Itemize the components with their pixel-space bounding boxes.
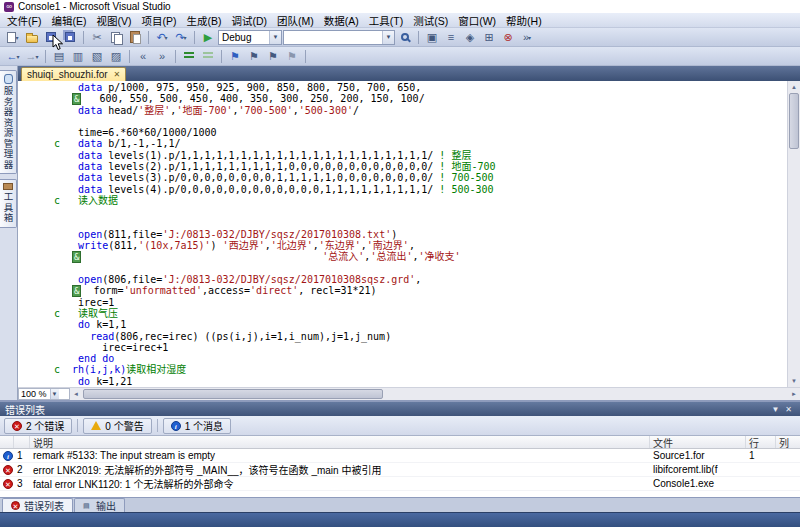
immediate-window-icon[interactable]: »▾	[518, 29, 536, 46]
scroll-left-icon[interactable]: ◄	[70, 388, 82, 400]
vertical-scrollbar[interactable]: ▲ ▼	[787, 81, 800, 387]
chevron-down-icon[interactable]: ▼	[50, 389, 59, 399]
toggle-bookmark-icon[interactable]: ⚑	[226, 48, 244, 65]
messages-filter-button[interactable]: i 1 个消息	[163, 418, 231, 434]
code-token: head/	[102, 105, 138, 116]
open-file-icon[interactable]	[23, 29, 41, 46]
navigate-backward-icon[interactable]: ←▾	[4, 48, 22, 65]
errors-filter-button[interactable]: ✕ 2 个错误	[4, 418, 72, 434]
quick-info-icon[interactable]: ▨	[107, 48, 125, 65]
chevron-down-icon[interactable]: ▾	[35, 53, 38, 60]
object-browser-icon[interactable]: ◈	[461, 29, 479, 46]
next-bookmark-icon[interactable]: ⚑	[264, 48, 282, 65]
horizontal-scroll-thumb[interactable]	[83, 389, 383, 399]
chevron-down-icon[interactable]: ▼	[382, 31, 394, 44]
scroll-up-icon[interactable]: ▲	[788, 81, 800, 93]
code-token	[54, 353, 78, 364]
column-header-description[interactable]: 说明	[30, 436, 650, 448]
member-list-icon[interactable]: ▤	[50, 48, 68, 65]
menu-item[interactable]: 项目(P)	[136, 12, 181, 29]
clear-bookmarks-icon[interactable]: ⚑	[283, 48, 301, 65]
zoom-control[interactable]: 100 % ▼	[18, 388, 70, 400]
chevron-down-icon[interactable]: ▾	[184, 34, 187, 41]
chevron-down-icon[interactable]: ▾	[16, 53, 19, 60]
parameter-info-icon[interactable]: ▧	[88, 48, 106, 65]
word-completion-icon[interactable]: ▥	[69, 48, 87, 65]
toolbar-separator	[129, 50, 130, 63]
solution-configurations-combo[interactable]: Debug▼	[218, 30, 282, 45]
menu-item[interactable]: 工具(T)	[364, 12, 408, 29]
toolbox-icon[interactable]: ⊞	[480, 29, 498, 46]
vertical-scroll-thumb[interactable]	[789, 93, 799, 149]
scroll-right-icon[interactable]: ►	[788, 388, 800, 400]
menu-item[interactable]: 团队(M)	[272, 12, 319, 29]
column-header-line[interactable]: 行	[746, 436, 776, 448]
indent-increase-icon[interactable]: »	[153, 48, 171, 65]
solution-platforms-combo[interactable]: ▼	[283, 30, 395, 45]
panel-tab-错误列表[interactable]: ✕错误列表	[2, 498, 73, 512]
scroll-down-icon[interactable]: ▼	[788, 375, 800, 387]
panel-tab-输出[interactable]: ▤输出	[74, 498, 125, 512]
column-header-file[interactable]: 文件	[650, 436, 746, 448]
copy-icon[interactable]	[107, 29, 125, 46]
code-token: 'J:/0813-032/DJBY/sqsz/2017010308sqsz.gr…	[162, 274, 415, 285]
error-row[interactable]: i1remark #5133: The input stream is empt…	[0, 449, 800, 463]
standard-toolbar: ▾✂↶▾↷▾▶Debug▼▼▣≡◈⊞⊗»▾	[0, 28, 800, 47]
menu-item[interactable]: 编辑(E)	[46, 12, 91, 29]
chevron-down-icon[interactable]: ▾	[528, 34, 531, 41]
code-token: (811,	[108, 240, 138, 251]
chevron-down-icon[interactable]: ▼	[269, 31, 281, 44]
cut-icon[interactable]: ✂	[88, 29, 106, 46]
horizontal-scrollbar[interactable]: ◄ ►	[70, 388, 800, 401]
paste-icon[interactable]	[126, 29, 144, 46]
error-list-icon[interactable]: ⊗	[499, 29, 517, 46]
comment-selection-icon[interactable]	[180, 48, 198, 65]
menu-item[interactable]: 数据(A)	[319, 12, 364, 29]
toolbar-separator	[221, 50, 222, 63]
code-token: 'unformatted'	[124, 285, 202, 296]
navigate-forward-icon[interactable]: →▾	[23, 48, 41, 65]
close-icon[interactable]: ✕	[114, 71, 121, 79]
code-token	[54, 229, 78, 240]
error-row[interactable]: ✕3fatal error LNK1120: 1 个无法解析的外部命令Conso…	[0, 477, 800, 491]
column-header-number[interactable]	[14, 436, 30, 448]
warnings-filter-button[interactable]: 0 个警告	[83, 418, 151, 434]
save-all-icon[interactable]	[61, 29, 79, 46]
previous-bookmark-icon[interactable]: ⚑	[245, 48, 263, 65]
column-header-column[interactable]: 列	[776, 436, 800, 448]
uncomment-selection-icon[interactable]	[199, 48, 217, 65]
code-line	[54, 218, 787, 229]
save-icon[interactable]	[42, 29, 60, 46]
menu-item[interactable]: 帮助(H)	[501, 12, 547, 29]
indent-decrease-icon[interactable]: «	[134, 48, 152, 65]
document-tab[interactable]: shuiqi_shouzhi.for ✕	[21, 67, 126, 81]
find-in-files-icon[interactable]	[396, 29, 414, 46]
menu-item[interactable]: 测试(S)	[408, 12, 453, 29]
menu-item[interactable]: 窗口(W)	[453, 12, 501, 29]
menu-item[interactable]: 生成(B)	[181, 12, 226, 29]
side-tab-工具箱[interactable]: 工具箱	[0, 179, 17, 228]
save-all-icon	[65, 32, 75, 42]
code-area[interactable]: data p/1000, 975, 950, 925, 900, 850, 80…	[18, 81, 787, 387]
warnings-filter-label: 0 个警告	[105, 418, 143, 433]
menu-item[interactable]: 视图(V)	[91, 12, 136, 29]
code-token	[54, 172, 78, 183]
code-token: levels(1).p/1,1,1,1,1,1,1,1,1,1,1,1,1,1,…	[102, 150, 439, 161]
menu-item[interactable]: 文件(F)	[2, 12, 46, 29]
new-file-icon[interactable]: ▾	[4, 29, 22, 46]
error-row[interactable]: ✕2error LNK2019: 无法解析的外部符号 _MAIN__，该符号在函…	[0, 463, 800, 477]
undo-icon[interactable]: ↶▾	[153, 29, 171, 46]
menu-item[interactable]: 调试(D)	[226, 12, 272, 29]
column-header-severity[interactable]	[0, 436, 14, 448]
properties-window-icon[interactable]: ≡	[442, 29, 460, 46]
vertical-scroll-track[interactable]	[788, 149, 800, 375]
previous-bookmark-icon: ⚑	[249, 51, 259, 62]
code-line: data levels(3).p/0,0,0,0,0,0,0,0,1,1,1,1…	[54, 172, 787, 183]
start-debug-icon[interactable]: ▶	[199, 29, 217, 46]
solution-explorer-icon[interactable]: ▣	[423, 29, 441, 46]
redo-icon[interactable]: ↷▾	[172, 29, 190, 46]
side-tab-服务器资源管理器[interactable]: 服务器资源管理器	[0, 70, 17, 174]
window-position-icon[interactable]: ▼	[769, 405, 782, 414]
chevron-down-icon[interactable]: ▾	[165, 34, 168, 41]
close-icon[interactable]: ✕	[782, 405, 795, 414]
